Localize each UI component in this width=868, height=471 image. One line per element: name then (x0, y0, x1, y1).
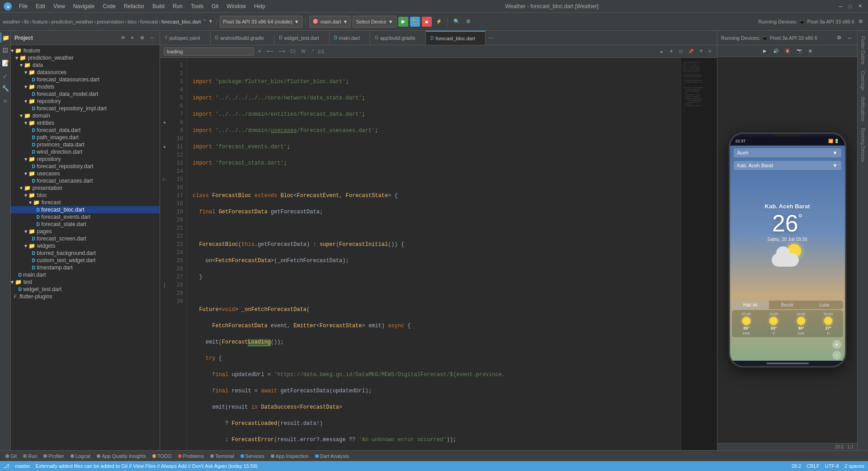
code-content[interactable]: import 'package:flutter_bloc/flutter_blo… (187, 58, 681, 450)
add-button[interactable]: + (832, 340, 841, 349)
hot-reload-button[interactable]: ⚡ (434, 17, 444, 26)
tree-item-5[interactable]: ▾ 📁 models (11, 83, 160, 90)
menu-build[interactable]: Build (151, 2, 166, 10)
tree-item-12[interactable]: D path_images.dart (11, 134, 160, 141)
tree-item-1[interactable]: ▾ 📁 prediction_weather (11, 54, 160, 61)
tree-item-33[interactable]: D widget_test.dart (11, 286, 160, 293)
tree-item-14[interactable]: D wind_direction.dart (11, 148, 160, 155)
menu-tools[interactable]: Tools (189, 2, 205, 10)
bottom-logcat-btn[interactable]: Logcat (68, 452, 93, 460)
menu-run[interactable]: Run (171, 2, 184, 10)
device-dropdown[interactable]: Pixel 3a API 33 x86 64 (mobile) ▼ (220, 16, 302, 28)
find-prev[interactable]: ⟵ (265, 48, 275, 55)
tree-item-30[interactable]: D timestamp.dart (11, 264, 160, 271)
run-config-dropdown[interactable]: 🎯 main.dart ▼ (309, 16, 351, 28)
search-button[interactable]: 🔍 (451, 17, 462, 26)
tab-forecast-bloc[interactable]: D forecast_bloc.dart ✕ (426, 31, 486, 45)
tab-android-gradle[interactable]: G android\build.gradle ✕ (211, 31, 274, 45)
tree-item-8[interactable]: D forecast_repository_impl.dart (11, 105, 160, 112)
tree-item-4[interactable]: D forecast_datasources.dart (11, 76, 160, 83)
day-tab-lusa[interactable]: Lusa (806, 301, 843, 309)
tree-item-13[interactable]: D provinces_data.dart (11, 141, 160, 148)
tree-item-31[interactable]: D main.dart (11, 271, 160, 278)
find-clear[interactable]: ✕ (256, 48, 263, 55)
tree-item-22[interactable]: D forecast_bloc.dart (11, 206, 160, 213)
tree-item-26[interactable]: D forecast_screen.dart (11, 235, 160, 242)
bottom-todo-btn[interactable]: TODO (150, 452, 175, 460)
device-action-2[interactable]: 🔊 (771, 47, 781, 55)
bottom-profiler-btn[interactable]: Profiler (41, 452, 67, 460)
breadcrumb-lib[interactable]: lib (24, 19, 29, 24)
tree-item-15[interactable]: ▾ 📁 repository (11, 155, 160, 163)
tree-item-11[interactable]: D forecast_data.dart (11, 127, 160, 134)
tree-item-9[interactable]: ▾ 📁 domain (11, 112, 160, 119)
indent[interactable]: 2 spaces (844, 463, 864, 469)
tabs-more-button[interactable]: ⋯ (486, 35, 496, 41)
device-panel-close[interactable]: ─ (845, 33, 854, 42)
device-action-1[interactable]: ▶ (761, 47, 769, 55)
tree-item-32[interactable]: ▾ 📁 test (11, 278, 160, 286)
stop-button[interactable]: ■ (422, 17, 432, 27)
project-settings-btn[interactable]: ⚙ (138, 34, 146, 42)
device-action-3[interactable]: 🔇 (783, 47, 793, 55)
find-up[interactable]: ▲ (657, 48, 665, 55)
device-action-4[interactable]: 📷 (794, 47, 804, 55)
sidebar-structure-icon[interactable]: ≡ (0, 96, 10, 106)
breadcrumb-weather[interactable]: weather (3, 19, 20, 24)
menu-file[interactable]: File (17, 2, 29, 10)
tree-item-18[interactable]: D forecast_usecases.dart (11, 177, 160, 184)
tab-pubspec[interactable]: Y pubspec.yaml ✕ (160, 31, 211, 45)
menu-refactor[interactable]: Refactor (122, 2, 146, 10)
menu-help[interactable]: Help (252, 2, 267, 10)
tree-item-24[interactable]: D forecast_state.dart (11, 221, 160, 228)
breadcrumb-file[interactable]: forecast_bloc.dart (161, 19, 201, 24)
menu-window[interactable]: Window (225, 2, 248, 10)
find-regex[interactable]: .* (309, 48, 316, 55)
city-dropdown[interactable]: Aceh ▼ (734, 148, 841, 157)
menu-view[interactable]: View (52, 2, 67, 10)
bottom-services-btn[interactable]: Services (238, 452, 267, 460)
tree-item-0[interactable]: ▾ 📁 feature (11, 47, 160, 54)
find-next[interactable]: ⟶ (277, 48, 287, 55)
find-match-case[interactable]: Cc (288, 48, 297, 55)
encoding[interactable]: CRLF (807, 463, 820, 469)
tree-item-16[interactable]: D forecast_repository.dart (11, 163, 160, 170)
find-pin[interactable]: 📌 (686, 48, 695, 55)
tree-item-17[interactable]: ▾ 📁 usecases (11, 170, 160, 177)
project-close-btn[interactable]: ─ (148, 34, 156, 42)
find-expand[interactable]: ⊡ (677, 48, 684, 55)
tree-item-21[interactable]: ▾ 📁 forecast (11, 199, 160, 206)
bottom-terminal-btn[interactable]: Terminal (208, 452, 237, 460)
find-whole-word[interactable]: W (299, 48, 307, 55)
charset[interactable]: UTF-8 (825, 463, 839, 469)
bottom-aqi-btn[interactable]: App Quality Insights (94, 452, 149, 460)
notifications-tab[interactable]: Notifications (859, 95, 866, 123)
flutter-outline-tab[interactable]: Flutter Outline (859, 34, 866, 66)
sidebar-project-icon[interactable]: 📁 (0, 33, 10, 42)
find-input[interactable] (164, 47, 254, 56)
tree-item-28[interactable]: D blurred_background.dart (11, 250, 160, 257)
running-device-settings[interactable]: ⚙ (856, 17, 865, 26)
tree-item-25[interactable]: ▾ 📁 pages (11, 228, 160, 235)
project-sync-btn[interactable]: ⟳ (119, 34, 127, 42)
menu-git[interactable]: Git (210, 2, 220, 10)
tree-item-19[interactable]: ▾ 📁 presentation (11, 184, 160, 192)
tab-main[interactable]: D main.dart ✕ (330, 31, 370, 45)
sidebar-pull-icon[interactable]: ↙ (0, 71, 10, 80)
breadcrumb-presentation[interactable]: presentation (97, 19, 124, 24)
tree-item-29[interactable]: D custom_text_widget.dart (11, 257, 160, 264)
minus-button[interactable]: - (832, 351, 841, 360)
window-maximize[interactable]: □ (846, 2, 854, 10)
run-button[interactable]: ▶ (398, 17, 408, 27)
tree-item-20[interactable]: ▾ 📁 bloc (11, 192, 160, 199)
tree-item-23[interactable]: D forecast_events.dart (11, 213, 160, 221)
bottom-problems-btn[interactable]: Problems (175, 452, 207, 460)
day-tab-besok[interactable]: Besok (769, 301, 806, 309)
tree-item-27[interactable]: ▾ 📁 widgets (11, 242, 160, 250)
settings-button[interactable]: ⚙ (464, 17, 473, 26)
tree-item-10[interactable]: ▾ 📁 entities (11, 119, 160, 127)
sidebar-commit-icon[interactable]: 📝 (0, 58, 10, 68)
breadcrumb-forecast[interactable]: forecast (140, 19, 158, 24)
git-branch[interactable]: master (15, 463, 30, 469)
bottom-inspection-btn[interactable]: App Inspection (268, 452, 311, 460)
